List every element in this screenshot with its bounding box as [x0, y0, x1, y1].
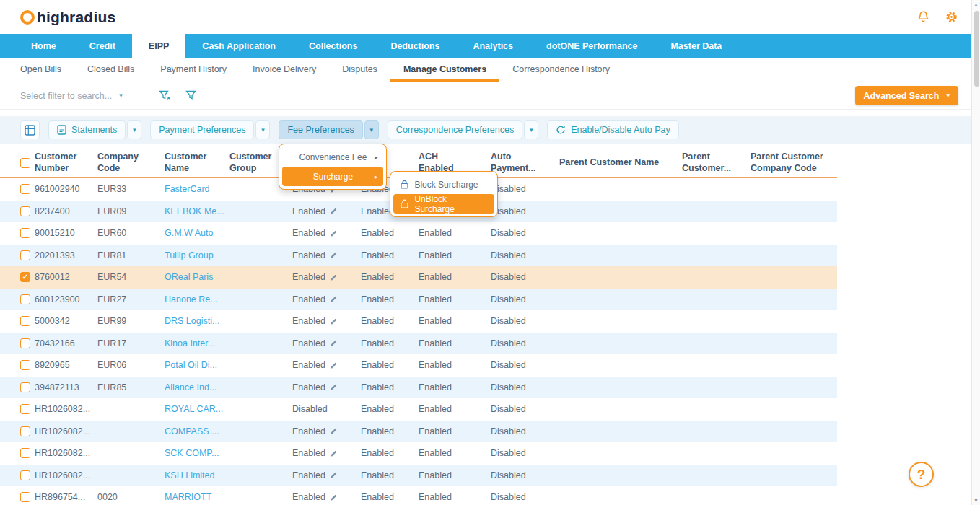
pencil-icon[interactable] [330, 229, 338, 237]
payment-preferences-pill[interactable]: Payment Preferences [150, 120, 254, 139]
pencil-icon[interactable] [330, 251, 338, 259]
row-checkbox[interactable] [20, 360, 30, 370]
settings-gear-icon[interactable] [945, 10, 958, 24]
nav-item-analytics[interactable]: Analytics [456, 34, 530, 58]
customer-name-link[interactable]: OReal Paris [165, 272, 213, 282]
customer-name-link[interactable]: KEEBOK Me... [165, 206, 224, 216]
table-row[interactable]: 70432166EUR17Kinoa Inter...EnabledEnable… [0, 333, 837, 355]
correspondence-preferences-dropdown-arrow[interactable]: ▾ [524, 120, 538, 139]
customer-name-link[interactable]: MARRIOTT [165, 492, 211, 502]
payment-preferences-dropdown-arrow[interactable]: ▾ [255, 120, 270, 139]
menu-item-unblock-surcharge[interactable]: UnBlock Surcharge [393, 194, 494, 214]
customer-name-link[interactable]: DRS Logisti... [165, 316, 219, 326]
row-checkbox[interactable] [20, 382, 30, 392]
row-checkbox[interactable] [20, 294, 30, 304]
notifications-bell-icon[interactable] [916, 10, 930, 24]
pencil-icon[interactable] [330, 361, 338, 369]
subnav-item-open-bills[interactable]: Open Bills [7, 58, 74, 82]
menu-item-surcharge[interactable]: Surcharge▸ [282, 167, 383, 186]
nav-item-credit[interactable]: Credit [73, 34, 132, 58]
row-checkbox[interactable] [20, 338, 30, 348]
nav-item-deductions[interactable]: Deductions [374, 34, 456, 58]
menu-item-block-surcharge[interactable]: Block Surcharge [393, 175, 494, 194]
select-all-checkbox[interactable] [20, 158, 30, 168]
scroll-up-arrow-icon[interactable]: ▲ [972, 0, 980, 9]
nav-item-home[interactable]: Home [14, 34, 73, 58]
advanced-search-button[interactable]: Advanced Search ▾ [855, 86, 958, 105]
row-checkbox[interactable] [20, 470, 30, 480]
row-checkbox[interactable] [20, 228, 30, 238]
clear-filter-icon[interactable] [159, 90, 171, 101]
row-checkbox[interactable] [20, 492, 30, 502]
table-row[interactable]: 90015210EUR60G.M.W AutoEnabledEnabledEna… [0, 222, 837, 245]
subnav-item-correspondence-history[interactable]: Correspondence History [499, 58, 623, 82]
row-checkbox[interactable] [20, 316, 30, 326]
subnav-item-payment-history[interactable]: Payment History [147, 58, 240, 82]
logo[interactable]: highradius [20, 9, 115, 26]
auto-pay-button[interactable]: Enable/Disable Auto Pay [547, 120, 679, 139]
table-row[interactable]: 394872113EUR85Aliance Ind...EnabledEnabl… [0, 377, 837, 399]
pencil-icon[interactable] [330, 339, 338, 347]
customer-name-link[interactable]: Potal Oil Di... [165, 360, 217, 370]
table-row[interactable]: 8920965EUR06Potal Oil Di...EnabledEnable… [0, 354, 837, 377]
auto-pay-pill[interactable]: Enable/Disable Auto Pay [547, 120, 679, 139]
row-checkbox[interactable]: ✓ [20, 272, 30, 282]
customer-name-link[interactable]: Kinoa Inter... [165, 338, 215, 348]
table-row[interactable]: HR1026082...COMPASS ...EnabledEnabledEna… [0, 421, 837, 443]
pencil-icon[interactable] [330, 471, 338, 479]
pencil-icon[interactable] [330, 427, 338, 435]
scroll-down-arrow-icon[interactable]: ▼ [972, 496, 980, 505]
fee-preferences-dropdown-arrow[interactable]: ▾ [364, 120, 379, 139]
pencil-icon[interactable] [330, 383, 338, 391]
help-button[interactable]: ? [909, 462, 934, 487]
vertical-scrollbar[interactable]: ▲ ▼ [971, 0, 980, 505]
customer-name-link[interactable]: COMPASS ... [165, 426, 219, 436]
customer-name-link[interactable]: SCK COMP... [165, 448, 219, 458]
subnav-item-disputes[interactable]: Disputes [329, 58, 390, 82]
pencil-icon[interactable] [330, 493, 338, 501]
statements-dropdown-arrow[interactable]: ▾ [127, 120, 141, 139]
table-row[interactable]: 600123900EUR27Hanone Re...EnabledEnabled… [0, 289, 837, 311]
subnav-item-manage-customers[interactable]: Manage Customers [390, 58, 499, 82]
statements-button[interactable]: Statements▾ [48, 120, 141, 139]
correspondence-preferences-button[interactable]: Correspondence Preferences▾ [388, 120, 538, 139]
export-pill[interactable] [20, 120, 40, 139]
customer-name-link[interactable]: Tullip Group [165, 250, 214, 260]
pencil-icon[interactable] [330, 207, 338, 215]
subnav-item-closed-bills[interactable]: Closed Bills [74, 58, 147, 82]
row-checkbox[interactable] [20, 250, 30, 260]
nav-item-master-data[interactable]: Master Data [654, 34, 738, 58]
table-row[interactable]: HR1026082...SCK COMP...EnabledEnabledEna… [0, 442, 837, 465]
table-row[interactable]: HR896754...0020MARRIOTTEnabledEnabledEna… [0, 486, 837, 505]
customer-name-link[interactable]: G.M.W Auto [165, 228, 213, 238]
pencil-icon[interactable] [330, 295, 338, 303]
payment-preferences-button[interactable]: Payment Preferences▾ [150, 120, 270, 139]
customer-name-link[interactable]: FasterCard [165, 184, 210, 194]
pencil-icon[interactable] [330, 449, 338, 457]
table-row[interactable]: ✓8760012EUR54OReal ParisEnabledEnabledEn… [0, 266, 837, 289]
table-row[interactable]: HR1026082...KSH LimitedEnabledEnabledEna… [0, 465, 837, 487]
row-checkbox[interactable] [20, 426, 30, 436]
filter-icon[interactable] [185, 90, 196, 101]
pencil-icon[interactable] [330, 317, 338, 325]
menu-item-convenience-fee[interactable]: Convenience Fee▸ [282, 147, 383, 167]
table-row[interactable]: HR1026082...ROYAL CAR...DisabledEnabledE… [0, 398, 837, 421]
nav-item-dotone-performance[interactable]: dotONE Performance [530, 34, 654, 58]
table-row[interactable]: 20201393EUR81Tullip GroupEnabledEnabledE… [0, 245, 837, 267]
row-checkbox[interactable] [20, 448, 30, 458]
customer-name-link[interactable]: KSH Limited [165, 470, 214, 480]
fee-preferences-pill[interactable]: Fee Preferences [279, 120, 362, 139]
filter-select[interactable]: Select filter to search... ▾ [20, 91, 144, 101]
row-checkbox[interactable] [20, 404, 30, 414]
row-checkbox[interactable] [20, 206, 30, 216]
export-button[interactable] [20, 120, 40, 139]
correspondence-preferences-pill[interactable]: Correspondence Preferences [388, 120, 522, 139]
fee-preferences-button[interactable]: Fee Preferences▾Convenience Fee▸Surcharg… [279, 120, 378, 139]
customer-name-link[interactable]: Hanone Re... [165, 294, 218, 304]
pencil-icon[interactable] [330, 273, 338, 281]
nav-item-collections[interactable]: Collections [292, 34, 374, 58]
subnav-item-invoice-delivery[interactable]: Invoice Delivery [240, 58, 329, 82]
customer-name-link[interactable]: ROYAL CAR... [165, 404, 223, 414]
table-row[interactable]: 5000342EUR99DRS Logisti...EnabledEnabled… [0, 310, 837, 333]
nav-item-eipp[interactable]: EIPP [132, 34, 186, 58]
